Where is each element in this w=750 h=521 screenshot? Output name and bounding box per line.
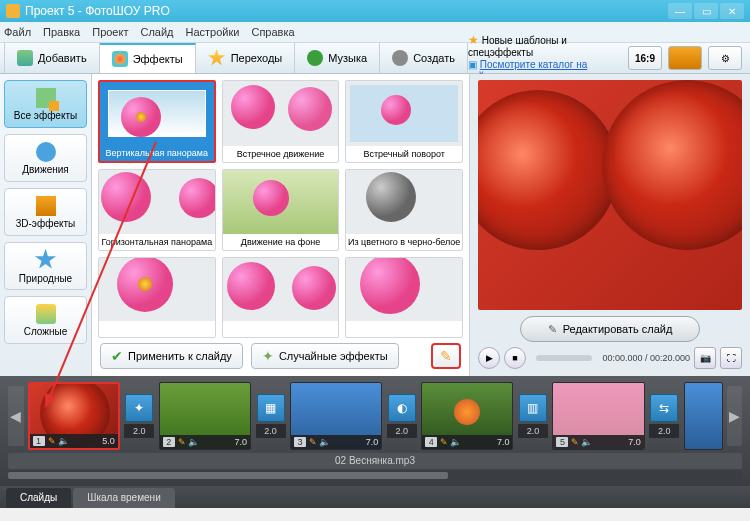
apply-to-slide-button[interactable]: ✔ Применить к слайду: [100, 343, 243, 369]
slide-duration: 5.0: [102, 436, 115, 446]
timeline-slide[interactable]: [684, 382, 723, 450]
pencil-icon: ✎: [309, 437, 317, 447]
pencil-icon: ✎: [48, 436, 56, 446]
star-icon-promo: ★: [468, 33, 479, 47]
fullscreen-button[interactable]: ⛶: [720, 347, 742, 369]
slide-number: 3: [294, 437, 306, 447]
menu-slide[interactable]: Слайд: [140, 26, 173, 38]
effect-label: Из цветного в черно-белое: [346, 234, 462, 250]
aspect-ratio-button[interactable]: 16:9: [628, 46, 662, 70]
sidebar-3d[interactable]: 3D-эффекты: [4, 188, 87, 236]
sidebar-item-label: Движения: [22, 164, 68, 175]
snowflake-icon: [35, 249, 57, 271]
slide-number: 5: [556, 437, 568, 447]
sound-icon: 🔈: [450, 437, 461, 447]
footer-tab-label: Слайды: [20, 492, 57, 503]
footer-tab-slides[interactable]: Слайды: [6, 488, 71, 508]
transition-button[interactable]: ◐: [388, 394, 416, 422]
add-icon: [17, 50, 33, 66]
stop-button[interactable]: ■: [504, 347, 526, 369]
transition-button[interactable]: ▦: [257, 394, 285, 422]
audio-track[interactable]: 02 Веснянка.mp3: [8, 453, 742, 469]
settings-button[interactable]: ⚙: [708, 46, 742, 70]
seek-track[interactable]: [536, 355, 592, 361]
layers-icon: [36, 304, 56, 324]
pencil-icon: ✎: [571, 437, 579, 447]
edit-slide-label: Редактировать слайд: [563, 323, 673, 335]
transition-button[interactable]: ▥: [519, 394, 547, 422]
timeline-scrollbar[interactable]: [8, 471, 742, 480]
effect-label: [223, 321, 339, 337]
all-effects-icon: [36, 88, 56, 108]
transition-duration: 2.0: [387, 424, 417, 438]
sidebar-item-label: Природные: [19, 273, 72, 284]
sound-icon: 🔈: [581, 437, 592, 447]
transition-button[interactable]: ⇆: [650, 394, 678, 422]
random-label: Случайные эффекты: [279, 350, 388, 362]
tab-create[interactable]: Создать: [380, 43, 468, 73]
footer-tab-label: Шкала времени: [87, 492, 160, 503]
effect-item[interactable]: Встречный поворот: [345, 80, 463, 163]
effect-label: [346, 321, 462, 337]
menu-help[interactable]: Справка: [251, 26, 294, 38]
effect-item[interactable]: Движение на фоне: [222, 169, 340, 250]
menu-settings[interactable]: Настройки: [186, 26, 240, 38]
music-icon: [307, 50, 323, 66]
slide-number: 1: [33, 436, 45, 446]
play-button[interactable]: ▶: [478, 347, 500, 369]
maximize-button[interactable]: ▭: [694, 3, 718, 19]
menubar: Файл Правка Проект Слайд Настройки Справ…: [0, 22, 750, 42]
sidebar-nature[interactable]: Природные: [4, 242, 87, 290]
timeline-slide[interactable]: 5✎🔈7.0: [552, 382, 644, 450]
check-icon: ✔: [111, 348, 123, 364]
sidebar-complex[interactable]: Сложные: [4, 296, 87, 344]
slide-duration: 7.0: [234, 437, 247, 447]
effect-item[interactable]: Горизонтальная панорама: [98, 169, 216, 250]
snapshot-button[interactable]: 📷: [694, 347, 716, 369]
menu-edit[interactable]: Правка: [43, 26, 80, 38]
tab-add[interactable]: Добавить: [4, 43, 100, 73]
brush-button[interactable]: ✎: [431, 343, 461, 369]
menu-project[interactable]: Проект: [92, 26, 128, 38]
timeline-slide[interactable]: 2✎🔈7.0: [159, 382, 251, 450]
slide-duration: 7.0: [628, 437, 641, 447]
effect-label: Движение на фоне: [223, 234, 339, 250]
sidebar-motion[interactable]: Движения: [4, 134, 87, 182]
main-toolbar: Добавить Эффекты Переходы Музыка Создать…: [0, 42, 750, 74]
effect-item[interactable]: [222, 257, 340, 338]
timeline-next-button[interactable]: ▶: [727, 386, 742, 446]
edit-slide-button[interactable]: ✎ Редактировать слайд: [520, 316, 700, 342]
effect-label: Встречный поворот: [346, 146, 462, 162]
timeline-slide[interactable]: 4✎🔈7.0: [421, 382, 513, 450]
random-effects-button[interactable]: ✦ Случайные эффекты: [251, 343, 399, 369]
close-button[interactable]: ✕: [720, 3, 744, 19]
preview-pane: ✎ Редактировать слайд ▶ ■ 00:00.000 / 00…: [470, 74, 750, 376]
titlebar: Проект 5 - ФотоШОУ PRO — ▭ ✕: [0, 0, 750, 22]
footer-tab-timeline[interactable]: Шкала времени: [73, 488, 174, 508]
timeline-slide[interactable]: 3✎🔈7.0: [290, 382, 382, 450]
effect-item[interactable]: Из цветного в черно-белое: [345, 169, 463, 250]
transition-button[interactable]: ✦: [125, 394, 153, 422]
effect-item[interactable]: [98, 257, 216, 338]
timeline-slide[interactable]: 1✎🔈5.0: [28, 382, 120, 450]
effect-item[interactable]: Вертикальная панорама: [98, 80, 216, 163]
tab-effects[interactable]: Эффекты: [100, 43, 196, 73]
menu-file[interactable]: Файл: [4, 26, 31, 38]
create-icon: [392, 50, 408, 66]
sound-icon: 🔈: [188, 437, 199, 447]
apply-label: Применить к слайду: [128, 350, 232, 362]
tab-transitions[interactable]: Переходы: [196, 43, 296, 73]
effects-grid: Вертикальная панорама Встречное движение…: [98, 80, 463, 338]
theme-button[interactable]: [668, 46, 702, 70]
timeline-prev-button[interactable]: ◀: [8, 386, 24, 446]
tab-music[interactable]: Музыка: [295, 43, 380, 73]
preview-image: [478, 80, 742, 310]
tab-create-label: Создать: [413, 52, 455, 64]
slide-duration: 7.0: [366, 437, 379, 447]
sidebar-all-effects[interactable]: Все эффекты: [4, 80, 87, 128]
effect-label: Горизонтальная панорама: [99, 234, 215, 250]
app-icon: [6, 4, 20, 18]
effect-item[interactable]: [345, 257, 463, 338]
minimize-button[interactable]: —: [668, 3, 692, 19]
effect-item[interactable]: Встречное движение: [222, 80, 340, 163]
